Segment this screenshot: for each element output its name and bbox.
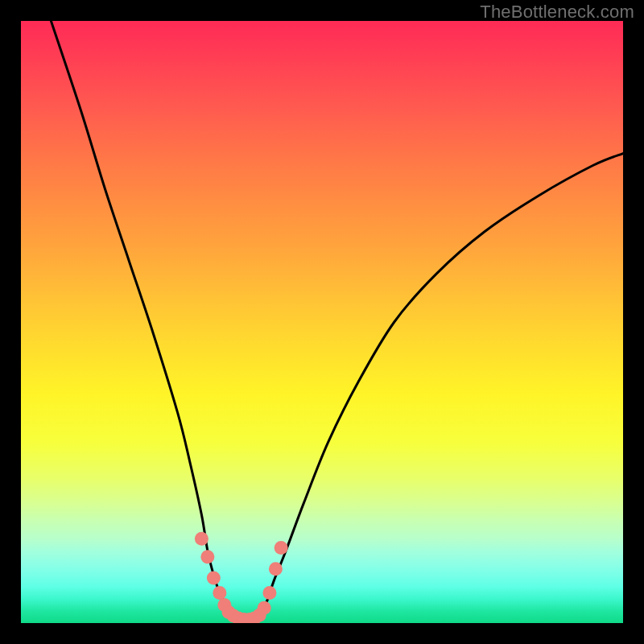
- watermark-text: TheBottleneck.com: [480, 2, 634, 23]
- plot-area: [21, 21, 623, 623]
- curve-left-curve: [51, 21, 243, 620]
- marker-dot: [275, 541, 288, 555]
- marker-dot: [258, 601, 271, 615]
- marker-dot: [213, 586, 226, 600]
- marker-dot: [269, 562, 283, 576]
- marker-dot: [207, 571, 221, 584]
- marker-dot: [200, 550, 214, 564]
- marker-dot: [195, 532, 208, 546]
- curve-right-curve: [250, 154, 623, 621]
- outer-frame: TheBottleneck.com: [0, 0, 644, 644]
- marker-dot: [262, 586, 276, 600]
- chart-svg: [21, 21, 623, 623]
